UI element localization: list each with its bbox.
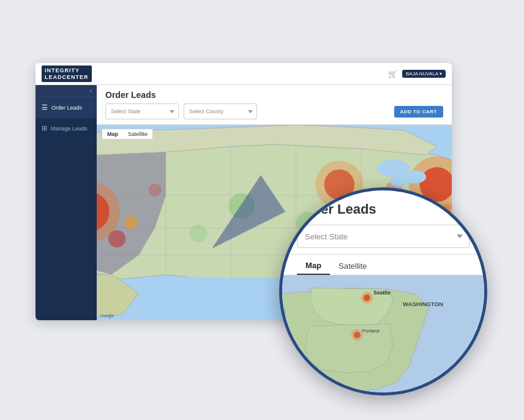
top-bar-right: 🛒 BAJA NUVALA ▾ (388, 70, 446, 78)
pointer-triangle (212, 175, 285, 249)
svg-point-13 (124, 216, 137, 229)
svg-point-28 (391, 176, 408, 187)
magnified-header: Order Leads Select State (282, 190, 484, 254)
magnified-map-svg: Seattle WASHINGTON Portland Pacific Ocea… (282, 275, 484, 392)
magnified-inner: Order Leads Select State Map Satellite (282, 190, 484, 392)
magnified-overlay: Order Leads Select State Map Satellite (279, 187, 487, 396)
map-tabs: Map Satellite (102, 129, 153, 140)
tab-map[interactable]: Map (102, 129, 123, 139)
svg-point-32 (361, 292, 373, 304)
top-bar: INTEGRITY LEADCENTER 🛒 BAJA NUVALA ▾ (36, 63, 452, 85)
svg-point-12 (108, 230, 125, 247)
content-header: Order Leads Select State Select County A… (97, 85, 452, 125)
sidebar-item-label: Order Leads (51, 105, 82, 111)
page-title: Order Leads (105, 90, 443, 100)
svg-text:Pacific Ocean: Pacific Ocean (282, 308, 286, 340)
cart-icon[interactable]: 🛒 (388, 70, 397, 78)
magnified-tab-satellite[interactable]: Satellite (330, 257, 375, 275)
add-to-cart-button[interactable]: ADD TO CART (394, 106, 443, 118)
svg-point-14 (148, 184, 161, 197)
svg-point-27 (405, 170, 426, 183)
svg-text:Seattle: Seattle (373, 290, 391, 296)
magnified-state-select[interactable]: Select State (297, 225, 470, 248)
svg-text:WASHINGTON: WASHINGTON (403, 301, 443, 307)
svg-point-26 (377, 160, 410, 177)
svg-point-24 (190, 225, 207, 242)
magnified-tab-map[interactable]: Map (297, 257, 330, 275)
user-menu[interactable]: BAJA NUVALA ▾ (402, 70, 446, 78)
sidebar: ‹ ☰ Order Leads ⊞ Manage Leads (36, 85, 97, 320)
svg-point-34 (351, 329, 363, 341)
sidebar-toggle[interactable]: ‹ (36, 85, 97, 97)
logo-area: INTEGRITY LEADCENTER (42, 66, 92, 83)
logo: INTEGRITY LEADCENTER (42, 66, 92, 83)
svg-text:Portland: Portland (362, 328, 380, 334)
order-leads-icon: ☰ (42, 103, 48, 111)
magnified-map-tabs: Map Satellite (282, 254, 484, 275)
magnified-title: Order Leads (297, 201, 470, 217)
manage-leads-icon: ⊞ (42, 124, 47, 132)
tab-satellite[interactable]: Satellite (123, 129, 152, 139)
sidebar-item-order-leads[interactable]: ☰ Order Leads (36, 97, 97, 118)
sidebar-item-manage-leads[interactable]: ⊞ Manage Leads (36, 118, 97, 139)
svg-marker-39 (212, 175, 285, 249)
filter-bar: Select State Select County ADD TO CART (105, 103, 443, 119)
state-select[interactable]: Select State (105, 103, 179, 119)
county-select[interactable]: Select County (184, 103, 257, 119)
google-label: Google (100, 313, 114, 318)
magnified-map-background: Seattle WASHINGTON Portland Pacific Ocea… (282, 275, 484, 392)
sidebar-item-label: Manage Leads (51, 126, 88, 132)
